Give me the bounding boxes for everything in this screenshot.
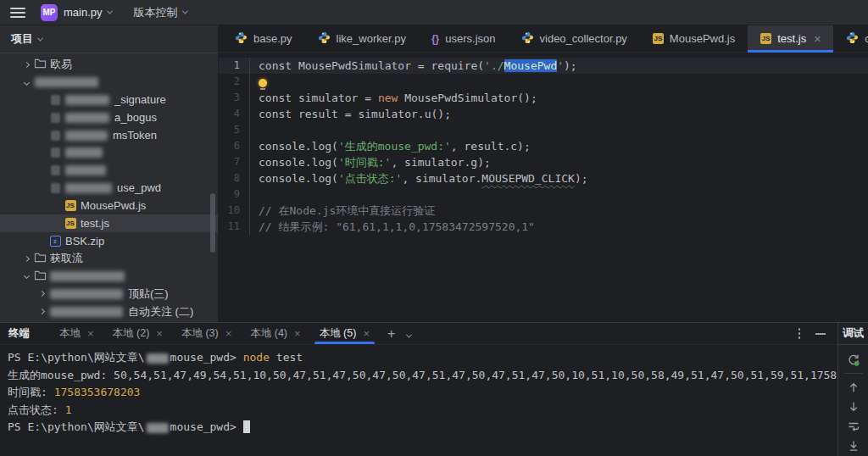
- tree-item[interactable]: [0, 268, 218, 286]
- close-icon[interactable]: ×: [814, 32, 821, 46]
- tree-item-a-bogus[interactable]: a_bogus: [0, 108, 218, 126]
- project-panel-header[interactable]: 项目: [0, 25, 218, 53]
- code-line[interactable]: 10// 在Node.js环境中直接运行验证: [219, 203, 868, 219]
- code-line[interactable]: 11// 结果示例: "61,61,1,1,0,17583472597520,1…: [219, 219, 868, 235]
- close-icon[interactable]: ×: [294, 327, 301, 340]
- editor-tab-test-js[interactable]: JStest.js×: [748, 25, 833, 52]
- line-number[interactable]: 7: [219, 154, 249, 170]
- code-token: MousePwdSimulator();: [398, 92, 537, 104]
- line-number[interactable]: 9: [219, 186, 249, 203]
- code-editor[interactable]: 1const MousePwdSimulator = require('./Mo…: [219, 53, 868, 322]
- redacted-text: [50, 307, 123, 317]
- terminal-panel-title[interactable]: 终端: [8, 326, 30, 341]
- editor-tab-video-collector-py[interactable]: video_collector.py: [509, 25, 640, 52]
- scroll-to-end-icon[interactable]: [843, 436, 865, 455]
- new-terminal-tab-button[interactable]: +: [387, 327, 395, 341]
- project-badge: MP: [41, 4, 58, 21]
- tree-item-label: msToken: [113, 129, 157, 142]
- line-number[interactable]: 5: [219, 122, 249, 138]
- tree-item-mstoken[interactable]: msToken: [0, 126, 218, 144]
- arrow-down-icon[interactable]: [843, 397, 865, 416]
- code-line[interactable]: 4const result = simulator.u();: [219, 106, 868, 122]
- terminal-line: 时间戳: 1758353678203: [8, 384, 830, 402]
- terminal-token: node: [243, 351, 270, 364]
- editor-tab-config-py[interactable]: config.py: [833, 25, 868, 52]
- intention-bulb-icon[interactable]: [259, 79, 267, 87]
- project-tree: 欧易_signaturea_bogusmsTokenuse_pwdJSMouse…: [0, 53, 218, 320]
- project-tree-scrollbar[interactable]: [210, 193, 215, 253]
- project-selector[interactable]: main.py: [64, 6, 103, 19]
- vcs-menu[interactable]: 版本控制: [134, 5, 187, 20]
- line-number[interactable]: 2: [219, 74, 249, 90]
- code-line[interactable]: 3const simulator = new MousePwdSimulator…: [219, 90, 868, 106]
- tree-item-获取流[interactable]: 获取流: [0, 250, 218, 268]
- terminal-header: 终端 本地×本地 (2)×本地 (3)×本地 (4)×本地 (5)× +: [0, 323, 837, 345]
- terminal-tab-本地-3-[interactable]: 本地 (3)×: [172, 323, 241, 344]
- rerun-icon[interactable]: [843, 350, 865, 370]
- line-number[interactable]: 10: [219, 203, 249, 219]
- close-icon[interactable]: ×: [363, 327, 370, 340]
- terminal-line: PS E:\python\网站文章\mouse_pwd> node test: [8, 349, 830, 367]
- code-line[interactable]: 6console.log('生成的mouse_pwd:', result.c);: [219, 138, 868, 154]
- code-text: [249, 186, 259, 203]
- close-icon[interactable]: ×: [87, 327, 94, 340]
- terminal-tab-本地[interactable]: 本地×: [50, 323, 103, 344]
- chevron-expanded-icon[interactable]: [20, 81, 32, 85]
- code-token: , result.c);: [451, 140, 531, 153]
- hide-panel-icon[interactable]: [815, 333, 826, 335]
- line-number[interactable]: 4: [219, 106, 249, 122]
- terminal-output[interactable]: PS E:\python\网站文章\mouse_pwd> node test生成…: [0, 345, 837, 456]
- tree-item-test-js[interactable]: JStest.js: [0, 214, 218, 232]
- tree-item-顶贴-三-[interactable]: 顶贴(三): [0, 285, 218, 303]
- editor-tab-users-json[interactable]: {}users.json: [419, 25, 509, 52]
- code-line[interactable]: 2: [219, 74, 868, 90]
- tree-item[interactable]: [0, 162, 218, 180]
- chevron-collapsed-icon[interactable]: [20, 257, 32, 261]
- chevron-expanded-icon[interactable]: [20, 274, 32, 278]
- editor-tab-base-py[interactable]: base.py: [222, 25, 305, 52]
- close-icon[interactable]: ×: [225, 327, 232, 340]
- terminal-token: 1758353678203: [54, 386, 141, 398]
- code-line[interactable]: 7console.log('时间戳:', simulator.g);: [219, 154, 868, 170]
- tree-item-use-pwd[interactable]: use_pwd: [0, 180, 218, 197]
- terminal-tab-dropdown-icon[interactable]: [407, 327, 411, 341]
- debug-tab[interactable]: 调试: [838, 323, 868, 345]
- line-number[interactable]: 11: [219, 219, 249, 235]
- tree-item-mousepwd-js[interactable]: JSMousePwd.js: [0, 197, 218, 214]
- terminal-token: test: [270, 351, 303, 364]
- terminal-tab-本地-2-[interactable]: 本地 (2)×: [103, 323, 172, 344]
- code-line[interactable]: 9: [219, 186, 868, 203]
- redacted-text: [35, 77, 98, 87]
- terminal-main: 终端 本地×本地 (2)×本地 (3)×本地 (4)×本地 (5)× + PS …: [0, 323, 837, 456]
- tree-item--signature[interactable]: _signature: [0, 92, 218, 109]
- python-file-icon: [318, 31, 331, 47]
- tree-item-bsk-zip[interactable]: zBSK.zip: [0, 232, 218, 250]
- code-line[interactable]: 1const MousePwdSimulator = require('./Mo…: [219, 58, 868, 74]
- json-file-icon: {}: [431, 33, 439, 45]
- code-text: [249, 74, 267, 90]
- tree-item[interactable]: [0, 144, 218, 162]
- soft-wrap-icon[interactable]: [843, 416, 865, 436]
- editor-tab-like-worker-py[interactable]: like_worker.py: [305, 25, 419, 52]
- line-number[interactable]: 3: [219, 90, 249, 106]
- line-number[interactable]: 1: [219, 58, 249, 74]
- terminal-tab-本地-5-[interactable]: 本地 (5)×: [310, 323, 379, 344]
- chevron-down-icon[interactable]: [106, 8, 112, 14]
- terminal-options-icon[interactable]: [797, 326, 803, 341]
- arrow-up-icon[interactable]: [843, 377, 865, 397]
- terminal-tab-label: 本地 (4): [250, 326, 287, 341]
- chevron-collapsed-icon[interactable]: [36, 292, 47, 296]
- editor-tab-mousepwd-js[interactable]: JSMousePwd.js: [640, 25, 748, 52]
- line-number[interactable]: 8: [219, 170, 249, 186]
- close-icon[interactable]: ×: [156, 327, 163, 340]
- chevron-collapsed-icon[interactable]: [36, 309, 47, 314]
- line-number[interactable]: 6: [219, 138, 249, 154]
- code-line[interactable]: 5: [219, 122, 868, 138]
- tree-item[interactable]: [0, 74, 218, 92]
- terminal-tab-本地-4-[interactable]: 本地 (4)×: [241, 323, 309, 344]
- chevron-collapsed-icon[interactable]: [20, 63, 32, 67]
- tree-item-自动关注-二-[interactable]: 自动关注 (二): [0, 303, 218, 320]
- code-line[interactable]: 8console.log('点击状态:', simulator.MOUSEPWD…: [219, 170, 868, 186]
- hamburger-menu-icon[interactable]: [10, 8, 25, 18]
- tree-item-欧易[interactable]: 欧易: [0, 56, 218, 74]
